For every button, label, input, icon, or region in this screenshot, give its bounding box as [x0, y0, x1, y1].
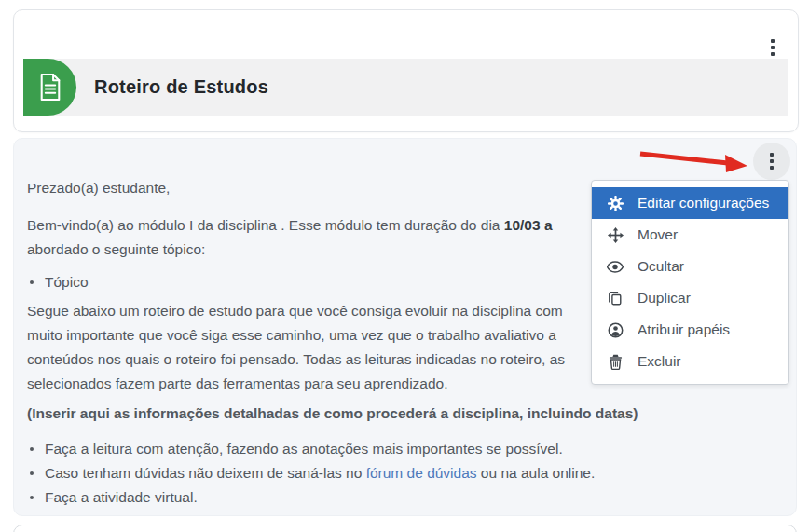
list-item: Caso tenham dúvidas não deixem de saná-l… [27, 461, 595, 485]
menu-item-delete[interactable]: Excluir [592, 346, 788, 377]
intro-text: Prezado(a) estudante, [27, 176, 170, 200]
gear-icon [607, 195, 624, 211]
module-title: Roteiro de Estudos [94, 59, 268, 116]
menu-item-label: Ocultar [638, 258, 684, 275]
menu-item-move[interactable]: Mover [592, 219, 788, 251]
menu-item-label: Excluir [638, 353, 681, 370]
page-resource-icon [23, 59, 76, 116]
menu-item-label: Editar configurações [638, 195, 769, 211]
instructions-note: (Inserir aqui as informações detalhadas … [27, 402, 638, 426]
section-kebab-menu-button[interactable] [753, 143, 790, 180]
assign-roles-icon [607, 321, 624, 338]
date-range-bold: 10/03 a [504, 217, 553, 233]
list-item: Faça a atividade virtual. [27, 485, 595, 510]
move-icon [607, 226, 624, 243]
module-header-bar[interactable]: Roteiro de Estudos [23, 59, 788, 116]
tasks-list: Faça a leitura com atenção, fazendo as a… [27, 437, 595, 510]
document-icon [38, 73, 62, 102]
forum-link[interactable]: fórum de dúvidas [366, 465, 477, 481]
menu-item-duplicate[interactable]: Duplicar [592, 282, 788, 314]
menu-item-edit-settings[interactable]: Editar configurações [592, 187, 788, 219]
roteiro-paragraph: Segue abaixo um roteiro de estudo para q… [27, 299, 565, 396]
welcome-text: Bem-vindo(a) ao módulo I da disciplina .… [27, 213, 553, 262]
topic-bullet: Tópico [27, 270, 89, 294]
eye-icon [607, 258, 624, 275]
kebab-menu-icon [771, 39, 775, 56]
trash-icon [607, 353, 624, 370]
menu-item-label: Mover [638, 226, 678, 243]
module-card: Roteiro de Estudos [13, 9, 799, 132]
menu-item-label: Atribuir papéis [638, 321, 730, 338]
menu-item-hide[interactable]: Ocultar [592, 251, 788, 282]
next-section-card [13, 525, 797, 532]
menu-item-assign-roles[interactable]: Atribuir papéis [592, 314, 788, 346]
kebab-menu-icon [770, 153, 774, 170]
duplicate-icon [607, 290, 624, 307]
list-item: Faça a leitura com atenção, fazendo as a… [27, 437, 595, 461]
menu-item-label: Duplicar [638, 290, 691, 307]
context-menu: Editar configurações Mover Ocultar [591, 180, 789, 385]
